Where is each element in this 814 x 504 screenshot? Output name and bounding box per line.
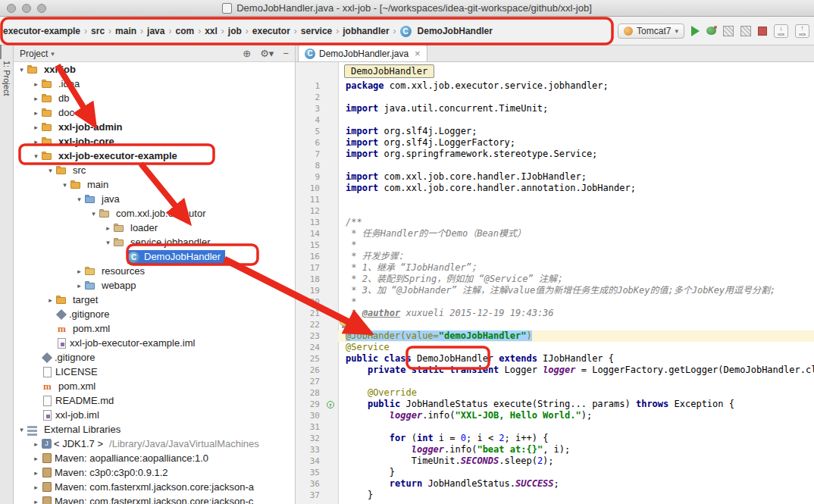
debug-button[interactable] [706,27,716,35]
tree-item-pom-xml[interactable]: mpom.xml [14,321,295,336]
code-line-18[interactable]: 18 * 2、装配到Spring，例如加 “@Service” 注解； [296,274,814,285]
code-line-4[interactable]: 4 [296,114,814,126]
code-line-26[interactable]: 26 private static transient Logger logge… [296,365,814,376]
code-line-15[interactable]: 15 * [296,239,814,251]
tree-expand-icon[interactable]: ▸ [31,469,41,477]
code-line-37[interactable]: 37 } [296,490,814,501]
tree-item-readme-md[interactable]: README.md [14,393,295,408]
editor-context-chip[interactable]: DemoJobHandler [344,64,434,78]
code-line-1[interactable]: 1package com.xxl.job.executor.service.jo… [296,80,814,92]
vcs-update-button[interactable]: ↓ vcs [774,24,788,38]
code-line-11[interactable]: 11 [296,194,814,205]
breadcrumb-item-xxl[interactable]: xxl [205,26,218,36]
code-line-21[interactable]: 21 * @author xuxueli 2015-12-19 19:43:36 [296,308,814,319]
breadcrumb-item-jobhandler[interactable]: jobhandler [343,26,389,36]
code-line-24[interactable]: 24@Service [296,342,814,353]
tree-expand-icon[interactable]: ▾ [45,167,55,174]
tree-expand-icon[interactable]: ▸ [103,224,113,232]
code-line-28[interactable]: 28 @Override [296,387,814,399]
code-line-6[interactable]: 6import org.slf4j.LoggerFactory; [296,137,814,149]
vcs-commit-button[interactable]: ↑ vcs [795,24,809,38]
tree-item--gitignore[interactable]: .gitignore [14,307,295,321]
tree-item--gitignore[interactable]: .gitignore [14,350,295,365]
tree-expand-icon[interactable]: ▾ [103,239,113,246]
tree-item-java[interactable]: ▾java [14,192,295,206]
coverage-button[interactable] [723,26,734,36]
tree-expand-icon[interactable]: ▸ [31,109,41,117]
project-tool-window-button[interactable]: 1: Project [2,61,11,95]
code-line-35[interactable]: 35 } [296,467,814,478]
minimize-window-button[interactable] [22,4,31,13]
tree-item-xxl-job-executor-example[interactable]: ▾xxl-job-executor-example [14,149,295,163]
tree-item-demojobhandler[interactable]: CDemoJobHandler [14,249,295,264]
tree-item--idea[interactable]: ▸.idea [14,77,295,91]
code-line-7[interactable]: 7import org.springframework.stereotype.S… [296,149,814,160]
breadcrumb-item-java[interactable]: java [147,26,164,36]
close-window-button[interactable] [7,4,16,13]
tree-expand-icon[interactable]: ▾ [17,66,27,74]
code-line-5[interactable]: 5import org.slf4j.Logger; [296,126,814,137]
tree-expand-icon[interactable]: ▾ [89,210,99,218]
tree-expand-icon[interactable]: ▾ [60,181,70,189]
tree-item-maven-aopalliance-aopalliance-1-0[interactable]: ▸Maven: aopalliance:aopalliance:1.0 [14,451,295,465]
code-line-9[interactable]: 9import com.xxl.job.core.handler.IJobHan… [296,171,814,183]
tree-item-xxl-job-executor-example-iml[interactable]: xxl-job-executor-example.iml [14,336,295,350]
tree-expand-icon[interactable]: ▸ [31,138,41,146]
stop-button[interactable] [758,27,767,36]
code-line-16[interactable]: 16 * 开发步骤： [296,251,814,262]
run-configuration-select[interactable]: Tomcat7 ▾ [618,23,684,39]
maximize-window-button[interactable] [37,4,46,13]
tree-expand-icon[interactable]: ▸ [31,80,41,88]
tree-item-com-xxl-job-executor[interactable]: ▾com.xxl.job.executor [14,206,295,221]
code-line-29[interactable]: 29↑ public JobHandleStatus execute(Strin… [296,399,814,410]
code-line-10[interactable]: 10import com.xxl.job.core.handler.annota… [296,183,814,194]
tree-item-xxl-job-iml[interactable]: xxl-job.iml [14,408,295,422]
locate-icon[interactable]: ⊕ [243,49,251,58]
tree-expand-icon[interactable]: ▸ [31,124,41,131]
tree-expand-icon[interactable]: ▾ [31,152,41,160]
tree-expand-icon[interactable]: ▸ [31,95,41,102]
tree-expand-icon[interactable]: ▸ [31,484,41,491]
tree-expand-icon[interactable]: ▸ [31,440,41,448]
intention-lightbulb-icon[interactable] [339,318,349,327]
tree-item-main[interactable]: ▾main [14,177,295,192]
tree-item-src[interactable]: ▾src [14,163,295,177]
tree-item--jdk1-7-[interactable]: ▸J< JDK1.7 >/Library/Java/JavaVirtualMac… [14,437,295,451]
tree-item-webapp[interactable]: ▸webapp [14,278,295,293]
tree-item-service-jobhandler[interactable]: ▾service.jobhandler [14,235,295,249]
code-line-2[interactable]: 2 [296,92,814,103]
settings-gear-icon[interactable]: ⚙▾ [260,49,274,58]
tree-item-target[interactable]: ▸target [14,293,295,307]
breadcrumb-item-service[interactable]: service [301,26,332,36]
code-line-3[interactable]: 3import java.util.concurrent.TimeUnit; [296,103,814,114]
tree-expand-icon[interactable]: ▾ [17,426,27,434]
editor-tab-demojobhandler[interactable]: C DemoJobHandler.java × [298,45,427,61]
breadcrumb-item-src[interactable]: src [91,26,105,36]
code-line-36[interactable]: 36 return JobHandleStatus.SUCCESS; [296,478,814,490]
code-line-34[interactable]: 34 TimeUnit.SECONDS.sleep(2); [296,455,814,467]
breadcrumb-item-main[interactable]: main [115,26,136,36]
tree-item-resources[interactable]: ▸resources [14,264,295,278]
code-line-13[interactable]: 13/** [296,217,814,228]
tree-expand-icon[interactable]: ▸ [31,498,41,504]
tree-item-doc[interactable]: ▸doc [14,105,295,120]
code-line-23[interactable]: 23@JobHander(value="demoJobHandler") [296,330,814,342]
code-line-25[interactable]: 25public class DemoJobHandler extends IJ… [296,353,814,365]
code-line-30[interactable]: 30 logger.info("XXL-JOB, Hello World."); [296,410,814,421]
code-line-8[interactable]: 8 [296,160,814,171]
tree-expand-icon[interactable]: ▸ [74,282,84,290]
tree-item-loader[interactable]: ▸loader [14,221,295,235]
tree-expand-icon[interactable]: ▸ [31,455,41,462]
breadcrumb-item-demojobhandler[interactable]: CDemoJobHandler [400,25,493,37]
tree-item-license[interactable]: LICENSE [14,365,295,379]
code-line-33[interactable]: 33 logger.info("beat at:{}", i); [296,444,814,455]
breadcrumb-item-com[interactable]: com [175,26,194,36]
hide-panel-icon[interactable]: − [283,49,289,58]
code-line-22[interactable]: 22 */ [296,319,814,330]
tree-item-maven-com-fasterxml-jackson-core-jackson-a[interactable]: ▸Maven: com.fasterxml.jackson.core:jacks… [14,480,295,494]
close-tab-icon[interactable]: × [415,48,421,59]
editor-body[interactable]: DemoJobHandler 1package com.xxl.job.exec… [296,62,814,504]
code-line-32[interactable]: 32 for (int i = 0; i < 2; i++) { [296,433,814,444]
override-method-icon[interactable]: ↑ [327,401,334,409]
tree-item-xxl-job-admin[interactable]: ▸xxl-job-admin [14,120,295,134]
